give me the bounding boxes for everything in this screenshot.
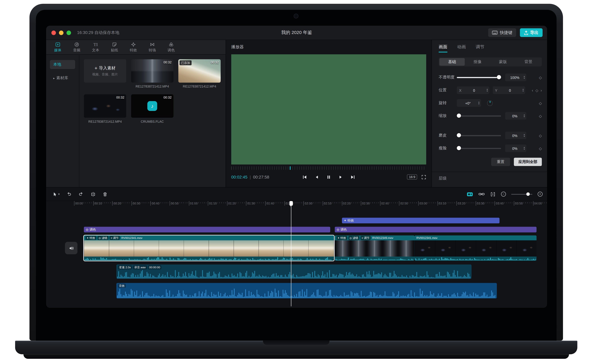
track-mute-button[interactable] (65, 242, 78, 254)
keyframe-prev-icon[interactable]: ‹ (532, 88, 533, 92)
import-media-card[interactable]: + 导入素材 视频、音频、图片 (84, 59, 126, 88)
plus-icon: + (95, 65, 97, 71)
opacity-value[interactable]: 100% ▴▾ (505, 74, 526, 81)
aspect-ratio-button[interactable]: 16:9 (407, 174, 417, 180)
pause-button[interactable] (326, 175, 331, 179)
zoom-in-button[interactable]: + (538, 192, 543, 197)
scale-slider[interactable] (457, 112, 501, 120)
sidebar-item-local[interactable]: 本地 (50, 60, 75, 69)
audio-clip-recording[interactable]: 变速 2.0x 录音.wav 00:00:00 (116, 265, 471, 279)
clip-timestamp: 00:00:00 (148, 265, 161, 270)
main-track-magnet-toggle[interactable] (467, 191, 473, 197)
split-clip-button[interactable] (90, 191, 96, 197)
media-item[interactable]: 00:32 RE127838721412.MP4 (131, 59, 174, 88)
subtab-basic[interactable]: 基础 (439, 58, 465, 66)
media-item[interactable]: 00:32 RE127838721412.MP4 (84, 94, 126, 124)
stepper-icon[interactable]: ▴▾ (523, 88, 524, 92)
video-clip-3[interactable]: RV0012341.mov (415, 235, 537, 261)
player-scrubber[interactable] (231, 166, 426, 170)
video-clip-1[interactable]: ✦特效 ◎滤镜 ≡调节 RV0012341.mov (84, 235, 334, 261)
skip-start-button[interactable] (302, 175, 307, 179)
sticker-icon (112, 42, 117, 47)
media-filename: RE127838721412.MP4 (84, 120, 126, 124)
preview-axis-toggle[interactable] (490, 191, 496, 197)
keyframe-diamond-icon[interactable]: ◇ (539, 146, 542, 150)
effect-clip[interactable]: ✦ 特效 (342, 218, 500, 223)
stepper-icon[interactable]: ▴▾ (524, 114, 525, 118)
tab-text[interactable]: TI 文本 (86, 42, 105, 53)
tab-adjust[interactable]: 调节 (476, 44, 484, 52)
ruler-labels: 00:00 00:10 00:20 00:30 00:40 00:50 01:0… (74, 201, 547, 206)
stepper-icon[interactable]: ▴▾ (524, 134, 525, 137)
keyframe-diamond-icon[interactable]: ◇ (539, 133, 542, 138)
color-clip-2[interactable]: ◎ 调色 (335, 227, 537, 233)
stepper-icon[interactable]: ▴▾ (524, 75, 525, 79)
select-tool-button[interactable]: ▾ (52, 191, 60, 197)
color-clip-1[interactable]: ◎ 调色 (84, 227, 330, 233)
keyframe-next-icon[interactable]: › (541, 88, 542, 92)
tab-sticker[interactable]: 贴纸 (105, 42, 124, 53)
tab-effects[interactable]: 特效 (124, 42, 143, 53)
position-x-field[interactable]: X 0 ▴▾ (457, 86, 489, 94)
tab-media[interactable]: 媒体 (48, 42, 67, 53)
preview-canvas[interactable] (231, 54, 426, 164)
scale-row: 缩放 0% ▴▾ ◇ (439, 112, 542, 120)
tab-animation[interactable]: 动画 (457, 44, 466, 52)
next-frame-button[interactable] (338, 175, 343, 179)
keyframe-diamond-icon[interactable]: ◇ (539, 114, 542, 118)
export-button[interactable]: 导出 (520, 28, 543, 37)
sidebar-item-library[interactable]: ▸ 素材库 (50, 74, 75, 83)
subtab-mask[interactable]: 蒙版 (490, 58, 516, 66)
timeline-ruler[interactable]: 00:00 00:10 00:20 00:30 00:40 00:50 01:0… (46, 201, 547, 207)
rotation-dial[interactable] (487, 100, 493, 106)
media-item[interactable]: 已添加 00:32 RE127838721412.MP4 (178, 59, 221, 88)
keyframe-diamond-icon[interactable]: ◇ (539, 101, 542, 105)
media-filename: CRUMBS.FLAC (131, 120, 174, 124)
tab-transitions[interactable]: 转场 (143, 42, 162, 53)
minimize-window-button[interactable] (59, 30, 63, 35)
position-y-field[interactable]: Y 0 ▴▾ (493, 86, 525, 94)
transitions-icon (150, 42, 155, 47)
scale-value[interactable]: 0% ▴▾ (505, 112, 526, 120)
subtab-background[interactable]: 背景 (516, 58, 541, 66)
stepper-icon[interactable]: ▴▾ (478, 101, 480, 105)
undo-button[interactable] (66, 191, 72, 197)
shortcuts-button[interactable]: 快捷键 (488, 28, 516, 37)
previous-frame-button[interactable] (314, 175, 319, 179)
timeline-zoom-slider[interactable] (511, 192, 532, 196)
slim-face-slider[interactable] (457, 145, 501, 152)
opacity-slider[interactable] (457, 74, 501, 81)
stepper-icon[interactable]: ▴▾ (487, 88, 488, 92)
media-item[interactable]: 00:32 ♪ CRUMBS.FLAC (131, 94, 174, 124)
stepper-icon[interactable]: ▴▾ (524, 146, 525, 150)
tab-color[interactable]: 调色 (162, 42, 181, 53)
redo-button[interactable] (78, 191, 84, 197)
rotation-field[interactable]: +0° ▴▾ (457, 99, 481, 107)
smooth-skin-slider[interactable] (457, 132, 501, 139)
laptop-bottom-edge (23, 354, 569, 359)
close-window-button[interactable] (51, 30, 56, 35)
link-toggle[interactable] (478, 192, 485, 197)
keyframe-diamond-icon[interactable]: ◇ (539, 75, 542, 79)
maximize-window-button[interactable] (67, 30, 71, 35)
clip-filename: RV0012341.mov (121, 236, 142, 240)
keyframe-diamond-icon[interactable]: ◇ (535, 88, 538, 92)
slim-face-value[interactable]: 0% ▴▾ (505, 145, 526, 152)
playhead[interactable] (289, 201, 293, 306)
added-badge: 已添加 (180, 60, 192, 65)
properties-tabbar: 画面 动画 调节 (432, 40, 547, 52)
fullscreen-button[interactable] (421, 175, 426, 179)
tab-picture[interactable]: 画面 (439, 44, 448, 52)
apply-to-all-button[interactable]: 应用到全部 (514, 158, 542, 166)
skip-end-button[interactable] (350, 175, 356, 179)
subtab-keying[interactable]: 抠像 (465, 58, 490, 66)
smooth-skin-value[interactable]: 0% ▴▾ (505, 132, 526, 139)
audio-clip-sfx[interactable]: 音效 (116, 283, 497, 299)
video-clip-2[interactable]: ✦特效 ◎滤镜 ≡调节 RV0012349.mov (335, 235, 415, 261)
tab-audio[interactable]: 音频 (67, 42, 86, 53)
zoom-out-button[interactable]: − (501, 192, 506, 197)
media-tabbar: 媒体 音频 TI 文本 (46, 40, 226, 55)
reset-button[interactable]: 重置 (491, 158, 510, 166)
delete-button[interactable] (102, 191, 108, 197)
rotation-row: 旋转 +0° ▴▾ ◇ (439, 99, 542, 107)
